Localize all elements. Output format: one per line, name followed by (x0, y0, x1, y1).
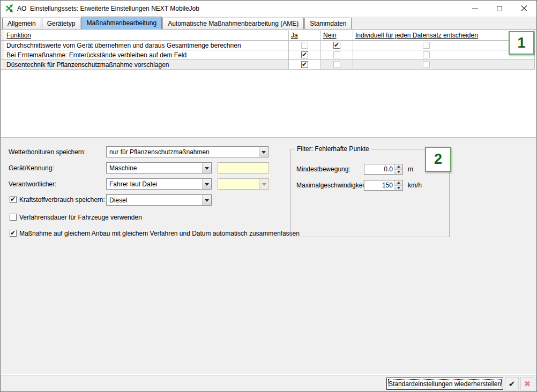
cell-individuell[interactable] (353, 50, 535, 59)
selected-value: Fahrer laut Datei (107, 180, 202, 188)
cell-nein[interactable] (321, 60, 353, 69)
mindestbewegung-unit: m (408, 165, 413, 173)
cell-individuell[interactable] (353, 60, 535, 69)
filter-groupbox-title: Filter: Fehlerhafte Punkte (295, 145, 371, 153)
verantwortlicher-select[interactable]: Fahrer laut Datei (106, 178, 212, 190)
confirm-button[interactable]: ✔ (505, 377, 519, 390)
cell-funktion: Durchschnittswerte vom Gerät übernehmen … (4, 41, 289, 50)
maximalgeschwindigkeit-input[interactable] (364, 180, 394, 190)
settings-panel: Wetterbonituren speichern: nur für Pflan… (1, 138, 536, 374)
chevron-down-icon (259, 179, 268, 189)
tab-content: Funktion Ja Nein Individuell für jeden D… (1, 30, 536, 374)
selected-value: Diesel (107, 197, 202, 204)
zusammenfassen-checkbox[interactable] (10, 230, 17, 237)
cell-ja[interactable] (289, 41, 321, 50)
cell-nein[interactable] (321, 41, 353, 50)
annotation-badge-1: 1 (509, 31, 534, 55)
mindestbewegung-spinner[interactable] (364, 164, 403, 175)
tab-stammdaten[interactable]: Stammdaten (304, 18, 352, 29)
wetterbonituren-select[interactable]: nur für Pflanzenschutzmaßnahmen (106, 146, 268, 157)
column-header-nein[interactable]: Nein (321, 31, 353, 40)
spin-down-icon[interactable] (395, 186, 402, 191)
footer-bar: Standardeinstellungen wiederherstellen ✔… (1, 375, 536, 391)
geraet-kennung-select[interactable]: Maschine (106, 162, 212, 174)
mindestbewegung-input[interactable] (364, 164, 394, 174)
geraet-kennung-input[interactable] (218, 162, 269, 174)
wetterbonituren-label: Wetterbonituren speichern: (9, 148, 86, 156)
table-row: Durchschnittswerte vom Gerät übernehmen … (1, 41, 535, 50)
maximalgeschwindigkeit-spinner[interactable] (364, 180, 403, 191)
chevron-down-icon[interactable] (202, 195, 211, 205)
tab-allgemein[interactable]: Allgemein (2, 18, 41, 29)
app-icon (5, 4, 13, 13)
kraftstoff-select[interactable]: Diesel (106, 194, 212, 206)
title-bar: AO Einstellungssets: Erweiterte Einstell… (1, 1, 536, 17)
tab-label: Maßnahmenbearbeitung (86, 19, 156, 27)
restore-defaults-button[interactable]: Standardeinstellungen wiederherstellen (386, 378, 503, 390)
cell-ja[interactable] (289, 60, 321, 69)
settings-table-area: Funktion Ja Nein Individuell für jeden D… (1, 30, 536, 138)
cell-individuell[interactable] (353, 41, 535, 50)
ja-checkbox[interactable] (301, 42, 308, 49)
cell-funktion: Bei Erntemaßnahme: Ernterückstände verbl… (4, 50, 289, 59)
tab-bar: Allgemein Gerätetyp Maßnahmenbearbeitung… (1, 17, 536, 29)
selected-value: Maschine (107, 164, 202, 172)
close-button[interactable] (512, 1, 536, 17)
geraet-kennung-label: Gerät/Kennung: (9, 164, 54, 172)
cancel-x-icon: ✖ (524, 379, 531, 389)
maximalgeschwindigkeit-unit: km/h (408, 182, 422, 189)
nein-checkbox[interactable] (333, 42, 340, 49)
tab-label: Stammdaten (310, 20, 346, 27)
spinner-arrows (394, 180, 402, 190)
nein-checkbox[interactable] (333, 61, 340, 68)
verantwortlicher-extra-select (218, 178, 269, 190)
individuell-checkbox[interactable] (423, 51, 430, 58)
ja-checkbox[interactable] (301, 61, 308, 68)
checkmark-icon: ✔ (509, 379, 516, 389)
nein-checkbox[interactable] (333, 51, 340, 58)
tab-label: Allgemein (8, 20, 36, 27)
cancel-button[interactable]: ✖ (520, 377, 534, 390)
spinner-arrows (394, 164, 402, 174)
zusammenfassen-label: Maßnahme auf gleichem Anbau mit gleichem… (19, 230, 300, 237)
kraftstoff-checkbox[interactable] (10, 196, 17, 203)
kraftstoff-label: Kraftstoffverbrauch speichern: (19, 196, 105, 203)
table-header-row: Funktion Ja Nein Individuell für jeden D… (1, 31, 535, 41)
minimize-button[interactable] (463, 1, 487, 17)
table-row: Bei Erntemaßnahme: Ernterückstände verbl… (1, 50, 535, 60)
spin-up-icon[interactable] (395, 164, 402, 170)
column-header-ja[interactable]: Ja (289, 31, 321, 40)
ja-checkbox[interactable] (301, 51, 308, 58)
verfahrensdauer-label: Verfahrensdauer für Fahrzeuge verwenden (19, 214, 142, 221)
minimize-icon (472, 9, 478, 9)
column-header-individuell[interactable]: Individuell für jeden Datensatz entschei… (353, 31, 535, 40)
cell-ja[interactable] (289, 50, 321, 59)
maximize-icon (497, 6, 502, 11)
maximize-button[interactable] (487, 1, 512, 17)
tab-ame[interactable]: Automatische Maßnahmenbearbeitung (AME) (162, 18, 304, 29)
chevron-down-icon[interactable] (202, 179, 211, 189)
cell-nein[interactable] (321, 50, 353, 59)
mindestbewegung-label: Mindestbewegung: (296, 165, 350, 173)
column-header-funktion[interactable]: Funktion (4, 31, 289, 40)
chevron-down-icon[interactable] (202, 163, 211, 173)
tab-geraetetyp[interactable]: Gerätetyp (42, 18, 81, 29)
verfahrensdauer-checkbox[interactable] (10, 214, 17, 221)
settings-table: Funktion Ja Nein Individuell für jeden D… (1, 31, 535, 70)
spin-up-icon[interactable] (395, 180, 402, 186)
close-icon (521, 5, 527, 12)
spin-down-icon[interactable] (395, 170, 402, 175)
tab-label: Automatische Maßnahmenbearbeitung (AME) (168, 20, 299, 27)
maximalgeschwindigkeit-label: Maximalgeschwindigkeit: (296, 182, 368, 189)
chevron-down-icon[interactable] (259, 147, 268, 157)
verantwortlicher-label: Verantwortlicher: (9, 180, 56, 188)
window-controls (463, 1, 536, 17)
table-row: Düsentechnik für Pflanzenschutzmaßnahme … (1, 60, 535, 70)
individuell-checkbox[interactable] (423, 42, 430, 49)
tab-label: Gerätetyp (47, 20, 76, 27)
cell-funktion: Düsentechnik für Pflanzenschutzmaßnahme … (4, 60, 289, 69)
dialog-window: AO Einstellungssets: Erweiterte Einstell… (0, 0, 537, 392)
window-title: AO Einstellungssets: Erweiterte Einstell… (17, 5, 199, 12)
individuell-checkbox[interactable] (423, 61, 430, 68)
tab-massnahmenbearbeitung[interactable]: Maßnahmenbearbeitung (81, 17, 162, 29)
